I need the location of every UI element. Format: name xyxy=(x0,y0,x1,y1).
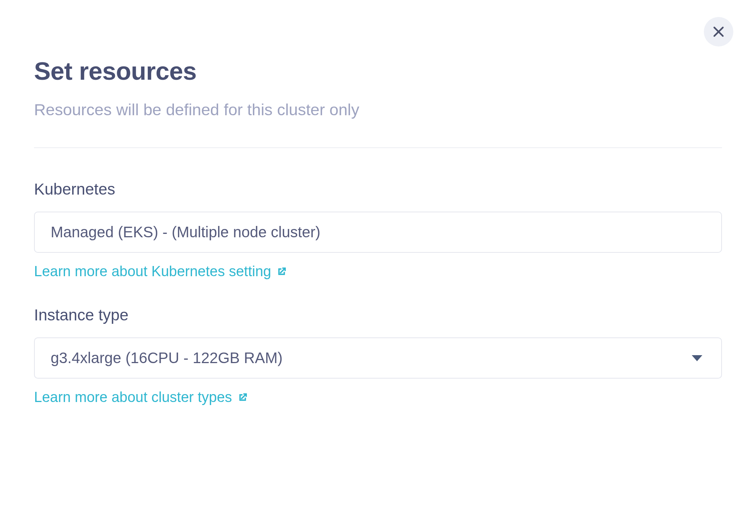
set-resources-modal: Set resources Resources will be defined … xyxy=(0,0,756,405)
close-button[interactable] xyxy=(704,17,733,46)
instance-type-help-link[interactable]: Learn more about cluster types xyxy=(34,389,248,405)
close-icon xyxy=(712,25,725,38)
kubernetes-value: Managed (EKS) - (Multiple node cluster) xyxy=(51,224,321,241)
external-link-icon xyxy=(237,392,248,403)
kubernetes-value-box[interactable]: Managed (EKS) - (Multiple node cluster) xyxy=(34,212,722,253)
instance-type-label: Instance type xyxy=(34,306,722,324)
divider xyxy=(34,147,722,148)
instance-type-help-text: Learn more about cluster types xyxy=(34,389,232,405)
kubernetes-help-text: Learn more about Kubernetes setting xyxy=(34,263,271,280)
kubernetes-label: Kubernetes xyxy=(34,180,722,198)
instance-type-select[interactable]: g3.4xlarge (16CPU - 122GB RAM) xyxy=(34,337,722,379)
modal-subtitle: Resources will be defined for this clust… xyxy=(34,101,722,119)
kubernetes-help-link[interactable]: Learn more about Kubernetes setting xyxy=(34,263,287,280)
instance-type-value: g3.4xlarge (16CPU - 122GB RAM) xyxy=(51,350,283,367)
caret-down-icon xyxy=(692,355,702,361)
modal-title: Set resources xyxy=(34,57,722,85)
external-link-icon xyxy=(276,266,287,277)
kubernetes-field-group: Kubernetes Managed (EKS) - (Multiple nod… xyxy=(34,180,722,280)
instance-type-field-group: Instance type g3.4xlarge (16CPU - 122GB … xyxy=(34,306,722,405)
